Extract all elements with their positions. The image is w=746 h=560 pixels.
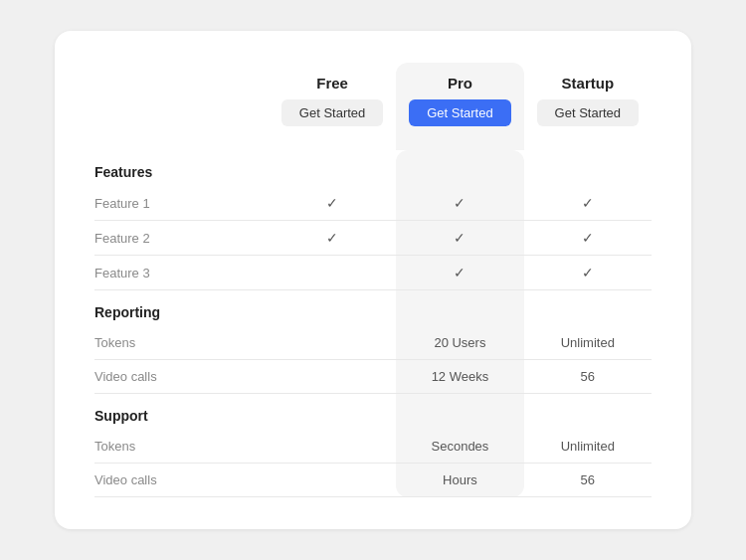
free-cell <box>269 326 396 360</box>
free-name-label: Free <box>316 75 348 92</box>
startup-plan-name: Startup <box>524 63 652 99</box>
free-cell <box>269 360 396 394</box>
startup-value: Unlimited <box>561 335 615 350</box>
section-free-spacer <box>269 394 396 431</box>
pro-value: Secondes <box>432 439 489 454</box>
pro-value: 12 Weeks <box>432 369 489 384</box>
free-cta-button[interactable]: Get Started <box>281 99 383 126</box>
pro-cell: 12 Weeks <box>396 360 523 394</box>
section-header-1: Reporting <box>94 290 652 327</box>
row-label: Feature 3 <box>94 256 269 290</box>
pro-cell: Secondes <box>396 430 523 464</box>
section-free-spacer <box>269 290 396 327</box>
pro-plan-name: Pro <box>396 63 523 99</box>
startup-name-label: Startup <box>562 75 615 92</box>
section-title: Reporting <box>94 290 269 327</box>
free-cell: ✓ <box>269 221 396 256</box>
check-icon: ✓ <box>582 265 594 280</box>
check-icon: ✓ <box>454 230 466 246</box>
row-label: Tokens <box>94 430 269 464</box>
section-header-2: Support <box>94 394 652 431</box>
section-title: Support <box>94 394 269 431</box>
cta-row: Get Started Get Started Get Started <box>94 99 652 150</box>
pro-cell: ✓ <box>396 186 523 221</box>
row-label: Feature 2 <box>94 221 269 256</box>
check-icon: ✓ <box>582 195 594 211</box>
startup-cta-button[interactable]: Get Started <box>537 99 639 126</box>
table-row: Video calls 12 Weeks 56 <box>94 360 652 394</box>
startup-cta-cell: Get Started <box>524 99 652 150</box>
section-startup-spacer <box>524 394 652 431</box>
startup-cell: Unlimited <box>524 430 652 464</box>
pro-value: Hours <box>443 472 477 487</box>
row-label: Video calls <box>94 360 269 394</box>
table-row: Feature 2 ✓ ✓ ✓ <box>94 221 652 256</box>
check-icon: ✓ <box>326 230 338 246</box>
free-cell <box>269 464 396 497</box>
startup-cell: ✓ <box>524 186 652 221</box>
free-cell <box>269 256 396 290</box>
pricing-table: Free Pro Startup Get Started Get Started <box>94 63 652 497</box>
check-icon: ✓ <box>454 195 466 211</box>
pro-value: 20 Users <box>434 335 485 350</box>
startup-cell: 56 <box>524 464 652 497</box>
section-startup-spacer <box>524 290 652 327</box>
row-label: Feature 1 <box>94 186 269 221</box>
startup-value: 56 <box>581 369 595 384</box>
table-row: Tokens Secondes Unlimited <box>94 430 652 464</box>
row-label: Video calls <box>94 464 269 497</box>
free-cell <box>269 430 396 464</box>
pro-cta-cell: Get Started <box>396 99 523 150</box>
startup-cell: Unlimited <box>524 326 652 360</box>
free-cta-cell: Get Started <box>269 99 396 150</box>
section-title: Features <box>94 150 269 186</box>
section-pro-spacer <box>396 150 523 186</box>
pro-name-label: Pro <box>448 75 472 92</box>
row-label: Tokens <box>94 326 269 360</box>
section-pro-spacer <box>396 290 523 327</box>
check-icon: ✓ <box>326 195 338 211</box>
free-cell: ✓ <box>269 186 396 221</box>
section-startup-spacer <box>524 150 652 186</box>
plan-header-row: Free Pro Startup <box>94 63 652 99</box>
section-free-spacer <box>269 150 396 186</box>
pro-cell: ✓ <box>396 221 523 256</box>
check-icon: ✓ <box>582 230 594 246</box>
startup-value: 56 <box>581 472 595 487</box>
pro-cell: ✓ <box>396 256 523 290</box>
table-row: Feature 3 ✓ ✓ <box>94 256 652 290</box>
section-header-0: Features <box>94 150 652 186</box>
startup-cell: 56 <box>524 360 652 394</box>
table-row: Feature 1 ✓ ✓ ✓ <box>94 186 652 221</box>
check-icon: ✓ <box>454 265 466 280</box>
pro-cta-button[interactable]: Get Started <box>409 99 510 126</box>
startup-value: Unlimited <box>561 439 615 454</box>
section-pro-spacer <box>396 394 523 431</box>
startup-cell: ✓ <box>524 256 652 290</box>
pro-cell: 20 Users <box>396 326 523 360</box>
table-row: Video calls Hours 56 <box>94 464 652 497</box>
startup-cell: ✓ <box>524 221 652 256</box>
free-plan-name: Free <box>269 63 396 99</box>
table-row: Tokens 20 Users Unlimited <box>94 326 652 360</box>
pro-cell: Hours <box>396 464 523 497</box>
pricing-card: Free Pro Startup Get Started Get Started <box>55 31 691 529</box>
